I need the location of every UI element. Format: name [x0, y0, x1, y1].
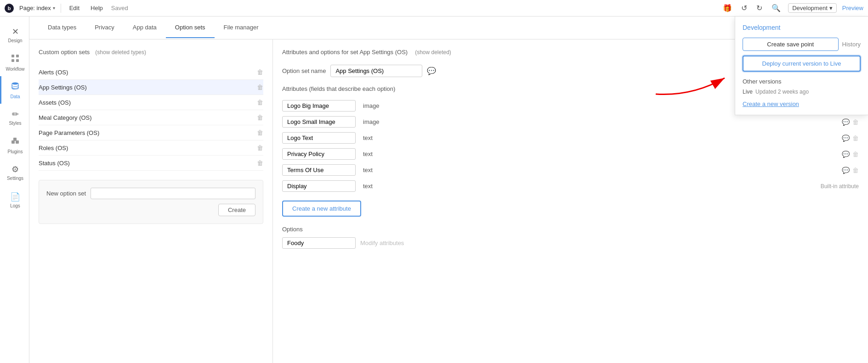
attribute-delete-icon[interactable]: 🗑	[852, 134, 859, 142]
attribute-row: text 💬 🗑	[282, 146, 859, 162]
attribute-name-input[interactable]	[282, 116, 356, 128]
live-updated-text: Updated 2 weeks ago	[755, 89, 809, 95]
sidebar-item-data[interactable]: Data	[0, 76, 29, 104]
svg-rect-2	[11, 59, 14, 62]
other-versions-label: Other versions	[743, 78, 861, 85]
sidebar-item-label-plugins: Plugins	[8, 149, 23, 154]
show-deleted-right-link[interactable]: (show deleted)	[415, 49, 451, 56]
left-panel-header: Custom option sets (show deleted types)	[39, 49, 263, 56]
tab-file-manager[interactable]: File manager	[215, 17, 268, 38]
sidebar-item-workflow[interactable]: Workflow	[0, 49, 29, 76]
redo-icon[interactable]: ↻	[755, 2, 764, 14]
help-menu[interactable]: Help	[88, 4, 106, 12]
sidebar-item-settings[interactable]: ⚙ Settings	[0, 159, 29, 186]
attribute-delete-icon[interactable]: 🗑	[852, 118, 859, 126]
actions-panel-row: Create save point History	[743, 38, 861, 51]
create-new-version-link[interactable]: Create a new version	[743, 101, 799, 107]
attribute-name-input[interactable]	[282, 180, 356, 192]
new-option-set-label: New option set	[46, 190, 86, 197]
modify-attributes-label[interactable]: Modify attributes	[360, 240, 404, 246]
delete-icon[interactable]: 🗑	[257, 68, 263, 76]
attribute-name-input[interactable]	[282, 100, 356, 112]
sidebar-item-plugins[interactable]: Plugins	[0, 131, 29, 159]
attribute-name-input[interactable]	[282, 164, 356, 176]
delete-icon[interactable]: 🗑	[257, 144, 263, 151]
new-option-set-input[interactable]	[91, 188, 255, 199]
delete-icon[interactable]: 🗑	[257, 99, 263, 106]
delete-icon[interactable]: 🗑	[257, 114, 263, 121]
history-link[interactable]: History	[842, 41, 861, 48]
page-label: Page: index	[19, 5, 51, 11]
tab-data-types[interactable]: Data types	[39, 17, 85, 38]
sidebar-item-label-design: Design	[8, 38, 22, 43]
option-set-name-input[interactable]	[330, 65, 422, 77]
sidebar-item-design[interactable]: ✕ Design	[0, 21, 29, 49]
attribute-comment-icon[interactable]: 💬	[842, 118, 850, 126]
list-item[interactable]: Alerts (OS) 🗑	[39, 65, 263, 80]
tab-privacy[interactable]: Privacy	[85, 17, 124, 38]
list-item[interactable]: Meal Category (OS) 🗑	[39, 110, 263, 125]
app-logo: b	[5, 4, 14, 13]
attribute-comment-icon[interactable]: 💬	[842, 151, 850, 158]
attribute-delete-icon[interactable]: 🗑	[852, 167, 859, 174]
gift-icon[interactable]: 🎁	[721, 2, 734, 14]
dev-mode-label: Development	[792, 5, 828, 11]
dev-mode-selector[interactable]: Development ▾	[788, 3, 837, 13]
sidebar-item-label-data: Data	[10, 94, 20, 99]
list-item[interactable]: Assets (OS) 🗑	[39, 95, 263, 110]
svg-point-4	[12, 82, 18, 84]
list-item[interactable]: Page Parameters (OS) 🗑	[39, 125, 263, 140]
list-item[interactable]: Roles (OS) 🗑	[39, 140, 263, 156]
search-icon[interactable]: 🔍	[770, 2, 783, 14]
attribute-actions: 💬 🗑	[842, 151, 859, 158]
attribute-comment-icon[interactable]: 💬	[842, 134, 850, 142]
right-panel-title: Attributes and options for set App Setti…	[282, 49, 408, 56]
list-item[interactable]: App Settings (OS) 🗑	[39, 80, 263, 95]
attribute-row: image 💬 🗑	[282, 114, 859, 130]
create-option-set-button[interactable]: Create	[218, 204, 255, 216]
workflow-icon	[11, 54, 20, 65]
sidebar-item-styles[interactable]: ✏ Styles	[0, 104, 29, 131]
create-save-point-button[interactable]: Create save point	[743, 38, 839, 51]
attribute-type: text	[363, 167, 391, 173]
foody-input[interactable]	[282, 237, 356, 249]
attribute-delete-icon[interactable]: 🗑	[852, 151, 859, 158]
page-selector[interactable]: Page: index ▾	[19, 5, 55, 11]
delete-icon[interactable]: 🗑	[257, 159, 263, 167]
attribute-type: text	[363, 134, 391, 141]
dev-mode-chevron: ▾	[829, 5, 833, 11]
attribute-type: image	[363, 118, 391, 125]
svg-rect-6	[16, 140, 19, 144]
sidebar-item-label-logs: Logs	[10, 203, 20, 208]
attribute-row: text 💬 🗑	[282, 130, 859, 146]
comment-icon[interactable]: 💬	[427, 67, 436, 75]
attribute-type: image	[363, 102, 391, 109]
attribute-comment-icon[interactable]: 💬	[842, 167, 850, 174]
options-section-label: Options	[282, 226, 859, 233]
live-badge: Live	[743, 89, 753, 95]
deploy-button[interactable]: Deploy current version to Live	[743, 56, 861, 72]
topbar-divider	[61, 4, 61, 13]
sidebar: ✕ Design Workflow Data ✏ Styles	[0, 17, 29, 363]
show-deleted-link[interactable]: (show deleted types)	[95, 49, 146, 56]
tab-option-sets[interactable]: Option sets	[166, 17, 215, 38]
sidebar-item-label-workflow: Workflow	[6, 67, 25, 72]
delete-icon[interactable]: 🗑	[257, 84, 263, 91]
edit-menu[interactable]: Edit	[67, 4, 82, 12]
option-foody-row: Modify attributes	[282, 237, 859, 249]
create-attribute-button[interactable]: Create a new attribute	[282, 201, 361, 217]
undo-icon[interactable]: ↺	[739, 2, 749, 14]
svg-rect-3	[16, 59, 19, 62]
delete-icon[interactable]: 🗑	[257, 129, 263, 136]
attribute-name-input[interactable]	[282, 148, 356, 160]
svg-rect-1	[16, 55, 19, 57]
sidebar-item-logs[interactable]: 📄 Logs	[0, 186, 29, 214]
attribute-actions: 💬 🗑	[842, 167, 859, 174]
preview-button[interactable]: Preview	[842, 5, 863, 11]
sidebar-item-label-styles: Styles	[9, 121, 21, 126]
actions-panel-title: Development	[743, 24, 861, 31]
list-item[interactable]: Status (OS) 🗑	[39, 156, 263, 171]
builtin-attribute-label: Built-in attribute	[821, 183, 859, 190]
tab-app-data[interactable]: App data	[124, 17, 166, 38]
attribute-name-input[interactable]	[282, 132, 356, 144]
